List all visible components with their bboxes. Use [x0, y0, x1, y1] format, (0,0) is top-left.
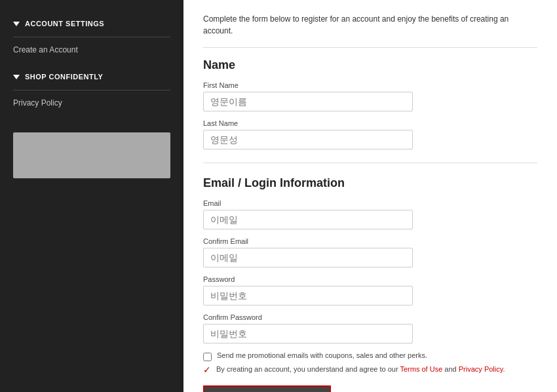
sidebar-divider-2	[13, 90, 170, 90]
account-settings-label: ACCOUNT SETTINGS	[25, 20, 104, 28]
sidebar-divider-1	[13, 37, 170, 37]
password-group: Password	[203, 275, 537, 305]
confirm-password-group: Confirm Password	[203, 313, 537, 343]
last-name-group: Last Name	[203, 119, 537, 149]
terms-text-3: .	[503, 365, 505, 373]
sidebar-ad-box	[13, 132, 170, 178]
email-section: Email / Login Information Email Confirm …	[203, 176, 537, 343]
email-group: Email	[203, 199, 537, 229]
name-section: Name First Name Last Name	[203, 58, 537, 149]
confirm-email-group: Confirm Email	[203, 237, 537, 267]
triangle-icon-2	[13, 75, 20, 79]
terms-row: ✓ By creating an account, you understand…	[203, 365, 537, 375]
password-label: Password	[203, 275, 537, 283]
promo-checkbox-row: Send me promotional emails with coupons,…	[203, 351, 537, 361]
promo-checkbox-label: Send me promotional emails with coupons,…	[217, 351, 427, 359]
terms-text-1: By creating an account, you understand a…	[216, 365, 400, 373]
terms-of-use-link[interactable]: Terms of Use	[400, 365, 443, 373]
sidebar-item-privacy-policy[interactable]: Privacy Policy	[0, 93, 183, 113]
confirm-password-label: Confirm Password	[203, 313, 537, 321]
create-account-link: Create an Account	[13, 45, 78, 54]
shop-confidently-header[interactable]: SHOP CONFIDENTLY	[0, 66, 183, 87]
intro-text: Complete the form below to register for …	[203, 13, 537, 48]
shop-confidently-label: SHOP CONFIDENTLY	[25, 73, 103, 81]
last-name-input[interactable]	[203, 130, 413, 149]
confirm-password-input[interactable]	[203, 324, 413, 343]
confirm-email-input[interactable]	[203, 248, 413, 267]
first-name-group: First Name	[203, 81, 537, 111]
name-section-title: Name	[203, 58, 537, 72]
triangle-icon	[13, 22, 20, 26]
password-input[interactable]	[203, 286, 413, 305]
create-account-button[interactable]: CREATE ACCOUNT	[203, 385, 331, 392]
first-name-label: First Name	[203, 81, 537, 89]
email-label: Email	[203, 199, 537, 207]
terms-text-2: and	[442, 365, 458, 373]
terms-checkmark-icon: ✓	[203, 364, 211, 375]
email-section-title: Email / Login Information	[203, 176, 537, 190]
last-name-label: Last Name	[203, 119, 537, 127]
account-settings-header[interactable]: ACCOUNT SETTINGS	[0, 13, 183, 34]
terms-text: By creating an account, you understand a…	[216, 365, 505, 373]
confirm-email-label: Confirm Email	[203, 237, 537, 245]
sidebar: ACCOUNT SETTINGS Create an Account SHOP …	[0, 0, 183, 392]
promo-checkbox[interactable]	[203, 353, 212, 361]
privacy-policy-terms-link[interactable]: Privacy Policy	[459, 365, 503, 373]
first-name-input[interactable]	[203, 92, 413, 111]
email-input[interactable]	[203, 210, 413, 229]
sidebar-item-create-account[interactable]: Create an Account	[0, 40, 183, 60]
main-content: Complete the form below to register for …	[183, 0, 557, 392]
section-divider	[203, 163, 537, 163]
privacy-policy-link: Privacy Policy	[13, 98, 62, 108]
